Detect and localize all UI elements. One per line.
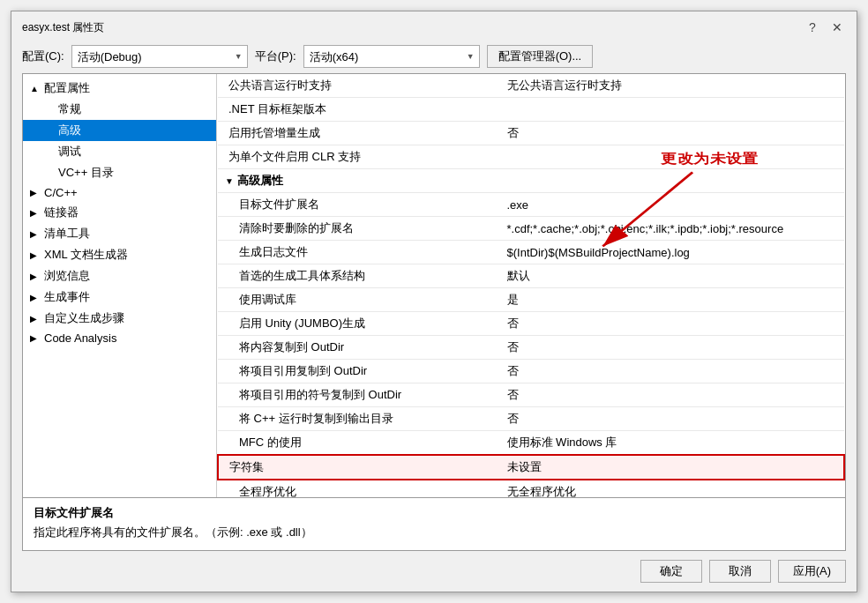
prop-row-copy-local-dest: 将内容复制到 OutDir 否 — [218, 336, 844, 360]
prop-name-use-debug-lib: 使用调试库 — [218, 288, 500, 312]
config-select[interactable]: 活动(Debug) — [71, 45, 248, 68]
prop-name-build-log: 生成日志文件 — [218, 241, 500, 264]
tree-arrow — [30, 126, 41, 136]
cancel-button[interactable]: 取消 — [709, 560, 771, 583]
prop-value-copy-local-dest: 否 — [500, 336, 845, 360]
bottom-desc-title: 目标文件扩展名 — [34, 505, 834, 521]
tree-item-xml-gen[interactable]: ▶XML 文档生成器 — [23, 244, 216, 265]
prop-row-clr-file: 为单个文件启用 CLR 支持 — [218, 145, 844, 169]
prop-value-unity-jumbo: 否 — [500, 312, 845, 336]
title-bar: easyx.test 属性页 ? ✕ — [11, 11, 857, 40]
prop-row-unity-jumbo: 启用 Unity (JUMBO)生成 否 — [218, 312, 844, 336]
prop-name-clr-file: 为单个文件启用 CLR 支持 — [218, 145, 500, 169]
prop-row-build-log: 生成日志文件 $(IntDir)$(MSBuildProjectName).lo… — [218, 241, 844, 264]
prop-value-managed-incr: 否 — [500, 122, 845, 145]
tree-item-cpp[interactable]: ▶C/C++ — [23, 183, 216, 202]
prop-name-mfc-use: MFC 的使用 — [218, 431, 500, 456]
prop-row-advanced-props: ▼高级属性 — [218, 169, 844, 193]
platform-select[interactable]: 活动(x64) — [303, 45, 480, 68]
tree-item-config-props[interactable]: ▲配置属性 — [23, 78, 216, 99]
prop-value-mfc-use: 使用标准 Windows 库 — [500, 431, 845, 456]
tree-container: ▲配置属性 常规 高级 调试 VC++ 目录▶C/C++▶链接器▶清单工具▶XM… — [23, 78, 216, 347]
prop-name-platform-toolset: 首选的生成工具体系结构 — [218, 264, 500, 288]
prop-name-clr-support: 公共语言运行时支持 — [218, 74, 500, 98]
right-properties-panel: 公共语言运行时支持 无公共语言运行时支持 .NET 目标框架版本 启用托管增量生… — [217, 74, 845, 497]
prop-row-whole-prog-opt: 全程序优化 无全程序优化 — [218, 480, 844, 497]
tree-arrow — [30, 105, 41, 115]
config-select-wrapper[interactable]: 活动(Debug) — [71, 45, 248, 68]
prop-value-copy-crt: 否 — [500, 407, 845, 431]
tree-item-label: 链接器 — [44, 205, 79, 220]
prop-value-platform-toolset: 默认 — [500, 264, 845, 288]
tree-arrow: ▶ — [30, 293, 41, 302]
tree-item-label: 自定义生成步骤 — [44, 310, 124, 326]
prop-row-dotnet-target: .NET 目标框架版本 — [218, 98, 844, 122]
tree-item-label: C/C++ — [44, 186, 78, 199]
prop-row-platform-toolset: 首选的生成工具体系结构 默认 — [218, 264, 844, 288]
tree-arrow: ▶ — [30, 333, 41, 343]
prop-value-use-debug-lib: 是 — [500, 288, 845, 312]
action-buttons: 确定 取消 应用(A) — [11, 551, 857, 592]
section-header-advanced-props: ▼高级属性 — [218, 169, 844, 193]
tree-arrow: ▲ — [30, 84, 41, 93]
prop-value-clean-ext: *.cdf;*.cache;*.obj;*.obj.enc;*.ilk;*.ip… — [500, 217, 845, 241]
section-expand-icon: ▼ — [225, 176, 234, 186]
prop-name-copy-proj-ref: 将项目引用复制到 OutDir — [218, 360, 500, 383]
properties-table: 公共语言运行时支持 无公共语言运行时支持 .NET 目标框架版本 启用托管增量生… — [217, 74, 845, 497]
main-content: ▲配置属性 常规 高级 调试 VC++ 目录▶C/C++▶链接器▶清单工具▶XM… — [22, 73, 846, 498]
config-bar: 配置(C): 活动(Debug) 平台(P): 活动(x64) 配置管理器(O)… — [11, 40, 857, 73]
bottom-description-section: 目标文件扩展名 指定此程序将具有的文件扩展名。（示例: .exe 或 .dll） — [22, 498, 846, 551]
tree-item-label: Code Analysis — [44, 331, 116, 345]
tree-item-general[interactable]: 常规 — [23, 99, 216, 120]
ok-button[interactable]: 确定 — [640, 560, 702, 583]
tree-item-manifest[interactable]: ▶清单工具 — [23, 223, 216, 244]
config-manage-button[interactable]: 配置管理器(O)... — [487, 45, 594, 68]
prop-value-copy-proj-ref: 否 — [500, 360, 845, 383]
dialog-title: easyx.test 属性页 — [22, 20, 104, 35]
tree-item-advanced[interactable]: 高级 — [23, 120, 216, 141]
prop-value-clr-file — [500, 145, 845, 169]
tree-item-vcpp-dirs[interactable]: VC++ 目录 — [23, 162, 216, 183]
prop-row-copy-crt: 将 C++ 运行时复制到输出目录 否 — [218, 407, 844, 431]
prop-value-charset[interactable]: 未设置 — [500, 455, 845, 480]
tree-item-debug[interactable]: 调试 — [23, 141, 216, 162]
prop-name-managed-incr: 启用托管增量生成 — [218, 122, 500, 145]
prop-name-unity-jumbo: 启用 Unity (JUMBO)生成 — [218, 312, 500, 336]
tree-arrow: ▶ — [30, 250, 41, 260]
prop-row-clr-support: 公共语言运行时支持 无公共语言运行时支持 — [218, 74, 844, 98]
tree-item-label: XML 文档生成器 — [44, 247, 128, 263]
prop-row-use-debug-lib: 使用调试库 是 — [218, 288, 844, 312]
help-button[interactable]: ? — [804, 19, 821, 36]
prop-name-target-ext: 目标文件扩展名 — [218, 193, 500, 217]
left-tree-panel: ▲配置属性 常规 高级 调试 VC++ 目录▶C/C++▶链接器▶清单工具▶XM… — [23, 74, 217, 497]
prop-row-charset[interactable]: 字符集 未设置 — [218, 455, 844, 480]
platform-select-wrapper[interactable]: 活动(x64) — [303, 45, 480, 68]
prop-row-clean-ext: 清除时要删除的扩展名 *.cdf;*.cache;*.obj;*.obj.enc… — [218, 217, 844, 241]
tree-arrow — [30, 168, 41, 178]
prop-name-copy-crt: 将 C++ 运行时复制到输出目录 — [218, 407, 500, 431]
apply-button[interactable]: 应用(A) — [778, 560, 846, 583]
prop-value-target-ext: .exe — [500, 193, 845, 217]
tree-item-label: VC++ 目录 — [58, 165, 114, 181]
close-button[interactable]: ✕ — [828, 19, 846, 36]
prop-value-clr-support: 无公共语言运行时支持 — [500, 74, 845, 98]
tree-item-code-analysis[interactable]: ▶Code Analysis — [23, 329, 216, 347]
prop-name-charset: 字符集 — [218, 455, 500, 480]
tree-item-linker[interactable]: ▶链接器 — [23, 202, 216, 223]
tree-item-label: 常规 — [58, 101, 81, 117]
prop-name-copy-local-dest: 将内容复制到 OutDir — [218, 336, 500, 360]
platform-label: 平台(P): — [255, 48, 296, 64]
prop-row-copy-proj-ref: 将项目引用复制到 OutDir 否 — [218, 360, 844, 383]
tree-item-label: 清单工具 — [44, 226, 90, 242]
tree-item-label: 调试 — [58, 144, 81, 160]
tree-item-browse[interactable]: ▶浏览信息 — [23, 265, 216, 287]
right-panel-wrapper: 公共语言运行时支持 无公共语言运行时支持 .NET 目标框架版本 启用托管增量生… — [217, 74, 845, 497]
tree-item-label: 配置属性 — [44, 80, 90, 96]
bottom-desc-text: 指定此程序将具有的文件扩展名。（示例: .exe 或 .dll） — [34, 525, 834, 540]
prop-name-dotnet-target: .NET 目标框架版本 — [218, 98, 500, 122]
prop-name-clean-ext: 清除时要删除的扩展名 — [218, 217, 500, 241]
prop-value-whole-prog-opt: 无全程序优化 — [500, 480, 845, 497]
tree-arrow: ▶ — [30, 208, 41, 218]
tree-item-build-events[interactable]: ▶生成事件 — [23, 287, 216, 308]
tree-item-custom-build[interactable]: ▶自定义生成步骤 — [23, 308, 216, 329]
